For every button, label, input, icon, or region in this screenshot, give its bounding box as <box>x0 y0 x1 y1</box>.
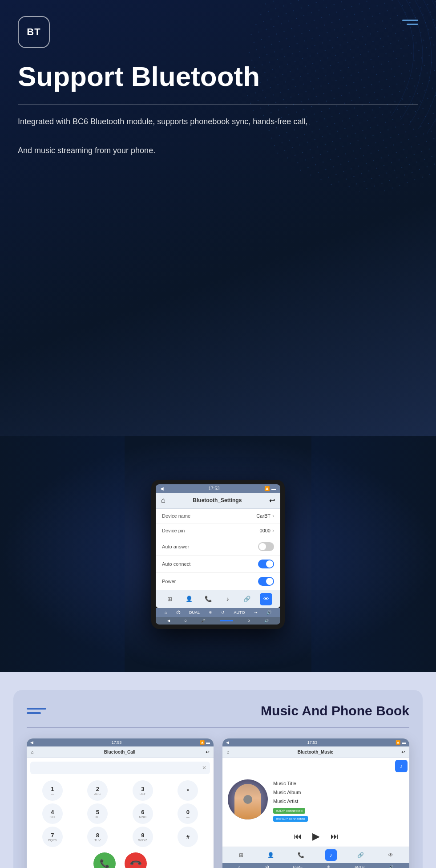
device-pin-row[interactable]: Device pin 0000 › <box>156 523 280 538</box>
device-name-row[interactable]: Device name CarBT › <box>156 509 280 523</box>
music-album-area: Music Title Music Album Music Artist A2D… <box>222 774 409 827</box>
power-row[interactable]: Power <box>156 573 280 590</box>
music-nav-eye-icon[interactable]: 👁 <box>385 849 396 861</box>
dial-btn-6[interactable]: 6MNO <box>133 803 153 824</box>
call-screen-header: ⌂ Bluetooth_Call ↩ <box>27 746 214 758</box>
dial-btn-8[interactable]: 8TUV <box>87 827 108 847</box>
dial-input-field[interactable]: ✕ <box>30 762 210 774</box>
device-name-label: Device name <box>162 513 190 519</box>
dial-btn-2[interactable]: 2ABC <box>87 780 108 801</box>
music-nav-person-icon[interactable]: 👤 <box>265 849 277 861</box>
call-device: ◀ 17:53 🔼 ▬ ⌂ Bluetooth_Call ↩ ✕ 1— <box>27 738 214 868</box>
call-signal-icon: 🔼 <box>200 740 205 745</box>
call-back-icon[interactable]: ↩ <box>206 750 209 754</box>
answer-call-button[interactable]: 📞 <box>93 852 116 868</box>
music-nav-grid-icon[interactable]: ⊞ <box>235 849 247 861</box>
ctrl-power-icon[interactable]: ⏻ <box>176 610 180 615</box>
device-pin-value: 0000 › <box>260 527 274 534</box>
dial-btn-hash[interactable]: # <box>178 827 198 847</box>
dial-btn-7[interactable]: 7PQRS <box>42 827 63 847</box>
dial-btn-star[interactable]: * <box>178 780 198 801</box>
device-nav-bar: ⊞ 👤 📞 ♪ 🔗 👁 <box>156 590 280 608</box>
car-controls-bar: ⌂ ⏻ DUAL ❄ ↺ AUTO ⇥ 🔊 <box>156 608 280 617</box>
dial-btn-4[interactable]: 4GHI <box>42 803 63 824</box>
music-ctrl-vol[interactable]: 🔊 <box>389 865 393 868</box>
next-track-button[interactable]: ⏭ <box>331 832 339 841</box>
ctrl-fan-icon[interactable]: ❄ <box>209 610 212 615</box>
music-ctrl-power[interactable]: ⏻ <box>265 865 269 868</box>
music-nav-phone-icon[interactable]: 📞 <box>295 849 307 861</box>
music-title-header: Bluetooth_Music <box>298 750 334 754</box>
ctrl2-slider[interactable] <box>220 620 233 621</box>
nav-person-icon[interactable]: 👤 <box>183 593 195 605</box>
nav-grid-icon[interactable]: ⊞ <box>164 593 176 605</box>
nav-link-icon[interactable]: 🔗 <box>241 593 253 605</box>
ctrl-home-icon[interactable]: ⌂ <box>165 610 167 615</box>
ctrl2-mic-icon[interactable]: 🎤 <box>201 619 206 623</box>
music-note-icon[interactable]: ♪ <box>395 760 408 772</box>
device-pin-label: Device pin <box>162 528 185 533</box>
call-status-bar: ◀ 17:53 🔼 ▬ <box>27 738 214 746</box>
nav-eye-icon[interactable]: 👁 <box>260 593 272 605</box>
music-ctrl-home[interactable]: ⌂ <box>238 865 241 868</box>
nav-music-icon[interactable]: ♪ <box>222 593 234 605</box>
call-home-icon[interactable]: ⌂ <box>31 750 34 754</box>
auto-answer-label: Auto answer <box>162 544 189 549</box>
status-time: 17:53 <box>208 486 219 491</box>
bt-logo: BT <box>18 16 50 48</box>
music-status-bar: ◀ 17:53 🔼 ▬ <box>222 738 409 746</box>
music-screen-icon: ▬ <box>402 740 406 745</box>
ctrl2-back-icon[interactable]: ◀ <box>167 619 170 623</box>
device-screen: ⌂ Bluetooth_Settings ↩ Device name CarBT… <box>156 493 280 608</box>
section2-menu-button[interactable] <box>27 708 46 714</box>
section2-inner: Music And Phone Book ◀ 17:53 🔼 ▬ ⌂ Bluet… <box>13 690 423 868</box>
svg-point-1 <box>231 0 436 214</box>
music-back-icon[interactable]: ↩ <box>401 750 405 754</box>
music-nav-link-icon[interactable]: 🔗 <box>355 849 367 861</box>
device-name-value: CarBT › <box>256 513 274 519</box>
dial-btn-5[interactable]: 5JKL <box>87 803 108 824</box>
avrcp-badge: AVRCP connected <box>273 816 308 822</box>
back-icon[interactable]: ↩ <box>269 496 275 505</box>
home-icon[interactable]: ⌂ <box>161 496 166 504</box>
dial-btn-9[interactable]: 9WXYZ <box>133 827 153 847</box>
music-nav-music-icon[interactable]: ♪ <box>325 849 337 861</box>
play-button[interactable]: ▶ <box>312 831 320 842</box>
dial-btn-0[interactable]: 0— <box>178 803 198 824</box>
ctrl-arrow-icon[interactable]: ⇥ <box>254 610 258 615</box>
music-album-text: Music Album <box>273 788 404 797</box>
nav-phone-icon[interactable]: 📞 <box>202 593 214 605</box>
ctrl-vol-icon[interactable]: 🔊 <box>266 610 271 615</box>
device-status-bar: ◀ 17:53 🔼 ▬ <box>156 484 280 493</box>
chevron-icon-2: › <box>272 527 274 534</box>
auto-answer-toggle[interactable] <box>258 542 274 551</box>
power-toggle[interactable] <box>258 577 274 586</box>
chevron-icon-1: › <box>272 513 274 519</box>
auto-connect-row[interactable]: Auto connect <box>156 556 280 573</box>
prev-track-button[interactable]: ⏮ <box>294 832 302 841</box>
music-artist-text: Music Artist <box>273 797 404 806</box>
screens-row: ◀ 17:53 🔼 ▬ ⌂ Bluetooth_Call ↩ ✕ 1— <box>27 738 409 868</box>
ctrl-recycle-icon[interactable]: ↺ <box>221 610 225 615</box>
dial-clear-icon[interactable]: ✕ <box>202 765 206 771</box>
end-call-button[interactable]: 📞 <box>120 848 152 868</box>
ctrl2-zero-1: 0 <box>185 619 186 623</box>
status-left: ◀ <box>160 486 164 491</box>
power-label: Power <box>162 579 176 584</box>
ctrl2-vol-icon[interactable]: 🔊 <box>264 619 269 623</box>
auto-connect-toggle[interactable] <box>258 560 274 568</box>
auto-answer-row[interactable]: Auto answer <box>156 538 280 556</box>
dial-btn-1[interactable]: 1— <box>42 780 63 801</box>
album-person-image <box>234 784 261 819</box>
music-controls-bar: ⌂ ⏻ DUAL ❄ AUTO 🔊 <box>222 863 409 868</box>
ctrl2-zero-2: 0 <box>248 619 250 623</box>
music-ctrl-dual: DUAL <box>293 865 303 868</box>
music-ctrl-fan[interactable]: ❄ <box>327 865 330 868</box>
music-home-icon[interactable]: ⌂ <box>227 750 230 754</box>
call-back-btn[interactable]: ◀ <box>30 740 33 745</box>
music-status-icons: 🔼 ▬ <box>396 740 406 745</box>
dial-btn-3[interactable]: 3DEF <box>133 780 153 801</box>
back-arrow-icon[interactable]: ◀ <box>160 486 164 491</box>
car-controls-bar-2: ◀ 0 🎤 0 🔊 <box>156 617 280 625</box>
music-back-btn[interactable]: ◀ <box>226 740 229 745</box>
